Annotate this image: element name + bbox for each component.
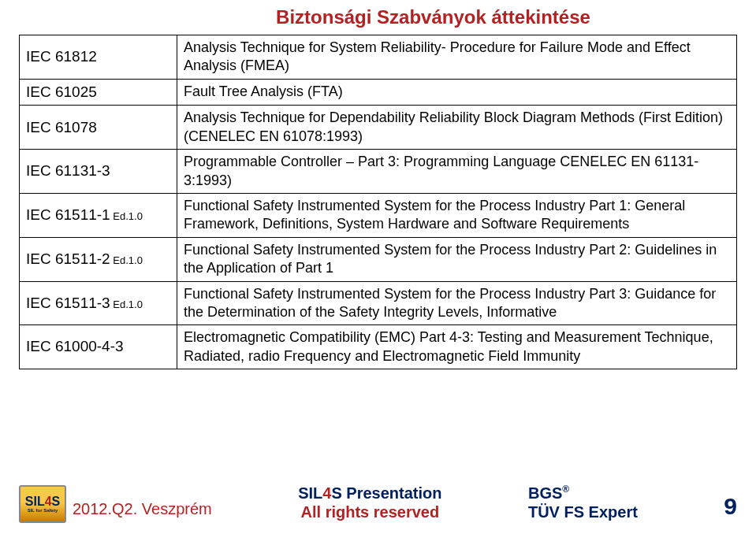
slide: Biztonsági Szabványok áttekintése IEC 61… — [0, 0, 756, 534]
standard-code: IEC 61078 — [20, 106, 177, 150]
table-row: IEC 61511-1 Ed.1.0Functional Safety Inst… — [20, 194, 737, 238]
standards-table: IEC 61812Analysis Technique for System R… — [19, 35, 737, 369]
table-row: IEC 61025Fault Tree Analysis (FTA) — [20, 79, 737, 106]
standard-description: Electromagnetic Compatibility (EMC) Part… — [177, 325, 737, 369]
footer-bar: SIL4S SIL for Safety 2012.Q2. Veszprém S… — [0, 480, 756, 528]
footer-center: SIL4S Presentation All rights reserved — [298, 484, 441, 521]
standard-code: IEC 61131-3 — [20, 150, 177, 194]
standard-code: IEC 61000-4-3 — [20, 325, 177, 369]
table-row: IEC 61812Analysis Technique for System R… — [20, 35, 737, 80]
sil4s-logo: SIL4S SIL for Safety — [19, 485, 66, 523]
standard-description: Functional Safety Instrumented System fo… — [177, 194, 737, 238]
standard-code: IEC 61511-3 Ed.1.0 — [20, 281, 177, 325]
standard-description: Programmable Controller – Part 3: Progra… — [177, 150, 737, 194]
standard-description: Fault Tree Analysis (FTA) — [177, 79, 737, 106]
standard-code: IEC 61511-1 Ed.1.0 — [20, 194, 177, 238]
standard-code: IEC 61812 — [20, 35, 177, 80]
footer-date: 2012.Q2. Veszprém — [73, 500, 212, 518]
standard-description: Functional Safety Instrumented System fo… — [177, 237, 737, 281]
standard-description: Functional Safety Instrumented System fo… — [177, 281, 737, 325]
standard-description: Analysis Technique for Dependability Rel… — [177, 106, 737, 150]
table-row: IEC 61511-3 Ed.1.0Functional Safety Inst… — [20, 281, 737, 325]
page-number: 9 — [724, 493, 737, 520]
table-row: IEC 61000-4-3Electromagnetic Compatibili… — [20, 325, 737, 369]
table-row: IEC 61131-3Programmable Controller – Par… — [20, 150, 737, 194]
footer-right: BGS® TÜV FS Expert — [528, 484, 638, 521]
standard-description: Analysis Technique for System Reliabilit… — [177, 35, 737, 80]
standard-code: IEC 61511-2 Ed.1.0 — [20, 237, 177, 281]
standard-code: IEC 61025 — [20, 79, 177, 106]
table-row: IEC 61511-2 Ed.1.0Functional Safety Inst… — [20, 237, 737, 281]
table-row: IEC 61078Analysis Technique for Dependab… — [20, 106, 737, 150]
slide-title: Biztonsági Szabványok áttekintése — [129, 6, 737, 28]
